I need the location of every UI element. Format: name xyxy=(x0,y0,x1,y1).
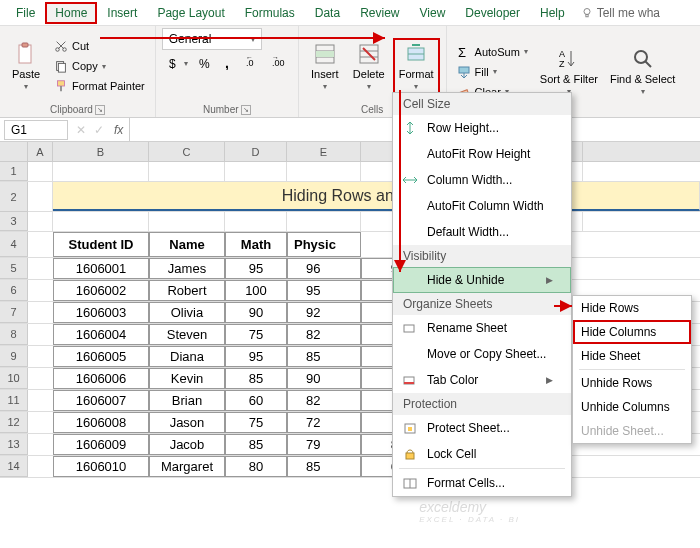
cell[interactable]: 1606009 xyxy=(53,434,149,455)
cell[interactable]: Kevin xyxy=(149,368,225,389)
row-header[interactable]: 7 xyxy=(0,302,28,323)
col-header-e[interactable]: E xyxy=(287,142,361,161)
find-select-button[interactable]: Find & Select▾ xyxy=(606,43,679,100)
cell[interactable]: 95 xyxy=(225,258,287,279)
cell[interactable]: 60 xyxy=(225,390,287,411)
menu-hide-sheet[interactable]: Hide Sheet xyxy=(573,344,691,368)
cell[interactable]: 1606010 xyxy=(53,456,149,477)
row-header[interactable]: 4 xyxy=(0,232,28,257)
row-header[interactable]: 14 xyxy=(0,456,28,477)
autosum-button[interactable]: ΣAutoSum ▾ xyxy=(453,43,532,61)
clipboard-launcher[interactable]: ↘ xyxy=(95,105,105,115)
cell[interactable]: 85 xyxy=(225,368,287,389)
row-header[interactable]: 9 xyxy=(0,346,28,367)
copy-button[interactable]: Copy▾ xyxy=(50,57,149,75)
name-box[interactable]: G1 xyxy=(4,120,68,140)
cell[interactable]: 1606002 xyxy=(53,280,149,301)
menu-hide-rows[interactable]: Hide Rows xyxy=(573,296,691,320)
menu-hide-unhide[interactable]: Hide & Unhide▶ xyxy=(393,267,571,293)
cell[interactable]: 85 xyxy=(287,456,361,477)
format-painter-button[interactable]: Format Painter xyxy=(50,77,149,95)
cell[interactable]: Diana xyxy=(149,346,225,367)
comma-button[interactable]: , xyxy=(218,54,240,72)
insert-cells-button[interactable]: Insert▾ xyxy=(305,38,345,95)
title-cell[interactable]: Hiding Rows and Columns xyxy=(53,182,700,211)
menu-default-width[interactable]: Default Width... xyxy=(393,219,571,245)
cut-button[interactable]: Cut xyxy=(50,37,149,55)
table-header[interactable]: Name xyxy=(149,232,225,257)
tab-page-layout[interactable]: Page Layout xyxy=(147,2,234,24)
cell[interactable]: 1606006 xyxy=(53,368,149,389)
number-launcher[interactable]: ↘ xyxy=(241,105,251,115)
tab-help[interactable]: Help xyxy=(530,2,575,24)
row-header[interactable]: 12 xyxy=(0,412,28,433)
accounting-button[interactable]: $▾ xyxy=(162,54,192,72)
cell[interactable]: 82 xyxy=(287,324,361,345)
cell[interactable]: 90 xyxy=(287,368,361,389)
cell[interactable]: 85 xyxy=(287,346,361,367)
format-cells-button[interactable]: Format▾ xyxy=(393,38,440,95)
col-header-d[interactable]: D xyxy=(225,142,287,161)
cell[interactable]: Olivia xyxy=(149,302,225,323)
cell[interactable]: 1606003 xyxy=(53,302,149,323)
row-header[interactable]: 3 xyxy=(0,212,28,231)
menu-autofit-col[interactable]: AutoFit Column Width xyxy=(393,193,571,219)
cell[interactable]: 1606005 xyxy=(53,346,149,367)
col-header-b[interactable]: B xyxy=(53,142,149,161)
percent-button[interactable]: % xyxy=(194,54,216,72)
menu-format-cells[interactable]: Format Cells... xyxy=(393,470,571,496)
cell[interactable]: 1606004 xyxy=(53,324,149,345)
accept-formula-icon[interactable]: ✓ xyxy=(90,123,108,137)
delete-cells-button[interactable]: Delete▾ xyxy=(349,38,389,95)
cell[interactable]: 72 xyxy=(287,412,361,433)
tab-insert[interactable]: Insert xyxy=(97,2,147,24)
cell[interactable]: 79 xyxy=(287,434,361,455)
tab-review[interactable]: Review xyxy=(350,2,409,24)
cell[interactable]: 100 xyxy=(225,280,287,301)
menu-autofit-row[interactable]: AutoFit Row Height xyxy=(393,141,571,167)
cell[interactable]: 92 xyxy=(287,302,361,323)
menu-protect-sheet[interactable]: Protect Sheet... xyxy=(393,415,571,441)
row-header[interactable]: 6 xyxy=(0,280,28,301)
menu-unhide-columns[interactable]: Unhide Columns xyxy=(573,395,691,419)
tab-data[interactable]: Data xyxy=(305,2,350,24)
row-header[interactable]: 1 xyxy=(0,162,28,181)
cell[interactable]: Margaret xyxy=(149,456,225,477)
row-header[interactable]: 5 xyxy=(0,258,28,279)
col-header-c[interactable]: C xyxy=(149,142,225,161)
paste-button[interactable]: Paste ▾ xyxy=(6,38,46,95)
fx-icon[interactable]: fx xyxy=(108,123,129,137)
cell[interactable]: Jason xyxy=(149,412,225,433)
cell[interactable]: 75 xyxy=(225,412,287,433)
tell-me[interactable]: Tell me wha xyxy=(575,2,666,24)
cell[interactable]: 96 xyxy=(287,258,361,279)
tab-home[interactable]: Home xyxy=(45,2,97,24)
menu-lock-cell[interactable]: Lock Cell xyxy=(393,441,571,467)
row-header[interactable]: 11 xyxy=(0,390,28,411)
table-header[interactable]: Student ID xyxy=(53,232,149,257)
menu-move-copy[interactable]: Move or Copy Sheet... xyxy=(393,341,571,367)
row-header[interactable]: 13 xyxy=(0,434,28,455)
tab-developer[interactable]: Developer xyxy=(455,2,530,24)
tab-file[interactable]: File xyxy=(6,2,45,24)
number-format-select[interactable]: General ▾ xyxy=(162,28,262,50)
cell[interactable]: Jacob xyxy=(149,434,225,455)
cancel-formula-icon[interactable]: ✕ xyxy=(72,123,90,137)
row-header[interactable]: 2 xyxy=(0,182,28,212)
tab-formulas[interactable]: Formulas xyxy=(235,2,305,24)
row-header[interactable]: 10 xyxy=(0,368,28,389)
cell[interactable]: Steven xyxy=(149,324,225,345)
fill-button[interactable]: Fill▾ xyxy=(453,63,532,81)
cell[interactable]: Robert xyxy=(149,280,225,301)
decrease-decimal-button[interactable]: .00→ xyxy=(268,54,292,72)
cell[interactable]: James xyxy=(149,258,225,279)
cell[interactable]: 1606001 xyxy=(53,258,149,279)
cell[interactable]: 82 xyxy=(287,390,361,411)
cell[interactable]: 85 xyxy=(225,434,287,455)
menu-unhide-rows[interactable]: Unhide Rows xyxy=(573,371,691,395)
row-header[interactable]: 8 xyxy=(0,324,28,345)
col-header-a[interactable]: A xyxy=(28,142,53,161)
table-header[interactable]: Math xyxy=(225,232,287,257)
menu-row-height[interactable]: Row Height... xyxy=(393,115,571,141)
select-all-corner[interactable] xyxy=(0,142,28,161)
